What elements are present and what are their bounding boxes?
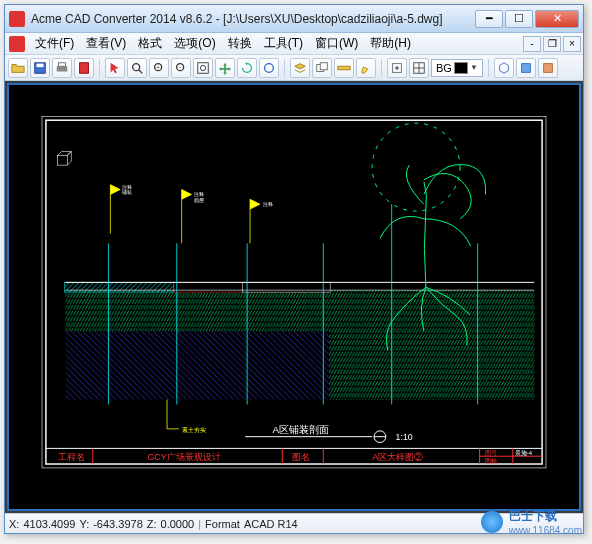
svg-text:注释: 注释 [194, 191, 204, 197]
svg-rect-15 [320, 62, 327, 69]
export-button[interactable] [74, 58, 94, 78]
svg-point-12 [200, 65, 205, 70]
menu-options[interactable]: 选项(O) [168, 33, 221, 54]
view-3d-button[interactable] [494, 58, 514, 78]
settings-button[interactable] [387, 58, 407, 78]
mdi-close-button[interactable]: × [563, 36, 581, 52]
drawing-viewport[interactable]: 注释 铺装 注释 面层 注释 [11, 87, 577, 507]
frame-label-dwgno: 图号 [485, 450, 497, 456]
drawing-no: 景施-4 [515, 450, 533, 456]
bg-swatch-icon [454, 62, 468, 74]
toolbar-separator [284, 59, 285, 77]
cursor-button[interactable] [105, 58, 125, 78]
menubar-logo-icon [9, 36, 25, 52]
mdi-minimize-button[interactable]: - [523, 36, 541, 52]
zoom-extents-button[interactable] [193, 58, 213, 78]
menu-tools[interactable]: 工具(T) [258, 33, 309, 54]
frame-label-drawing: 图名 [292, 452, 310, 462]
zoom-out-button[interactable]: - [171, 58, 191, 78]
app-window: Acme CAD Converter 2014 v8.6.2 - [J:\Use… [4, 4, 584, 534]
svg-rect-27 [65, 331, 329, 399]
drawing-name: A区大样图② [372, 452, 423, 462]
document-frame: 注释 铺装 注释 面层 注释 [7, 83, 581, 511]
svg-point-13 [265, 63, 274, 72]
svg-text:-: - [179, 63, 181, 69]
close-button[interactable]: ✕ [535, 10, 579, 28]
workspace[interactable]: 注释 铺装 注释 面层 注释 [5, 81, 583, 513]
svg-text:注释: 注释 [122, 184, 132, 190]
status-y-label: Y: [79, 518, 89, 530]
regen-button[interactable] [259, 58, 279, 78]
toolbar-separator [99, 59, 100, 77]
svg-rect-11 [198, 62, 209, 73]
maximize-button[interactable]: ☐ [505, 10, 533, 28]
svg-line-6 [139, 69, 143, 73]
watermark-text: 巴士下载 [509, 508, 582, 525]
svg-rect-4 [80, 62, 89, 73]
status-separator: | [198, 518, 201, 530]
bg-label: BG [436, 62, 452, 74]
section-label: A区铺装剖面 [273, 424, 330, 435]
toolbar-separator [488, 59, 489, 77]
frame-label-sheet: 图幅 [485, 458, 497, 464]
measure-button[interactable] [334, 58, 354, 78]
status-z-label: Z: [147, 518, 157, 530]
svg-rect-32 [242, 282, 330, 292]
save-button[interactable] [30, 58, 50, 78]
svg-rect-3 [59, 62, 66, 66]
menu-help[interactable]: 帮助(H) [364, 33, 417, 54]
status-format-value: ACAD R14 [244, 518, 298, 530]
svg-rect-29 [329, 290, 534, 399]
pan-button[interactable] [215, 58, 235, 78]
project-name: GCY广场景观设计 [147, 452, 220, 462]
rotate-button[interactable] [237, 58, 257, 78]
view-top-button[interactable] [516, 58, 536, 78]
view-front-button[interactable] [538, 58, 558, 78]
open-button[interactable] [8, 58, 28, 78]
menu-file[interactable]: 文件(F) [29, 33, 80, 54]
svg-rect-31 [174, 282, 242, 292]
status-y-value: -643.3978 [93, 518, 143, 530]
mdi-restore-button[interactable]: ❐ [543, 36, 561, 52]
window-buttons: ━ ☐ ✕ [475, 10, 579, 28]
app-icon [9, 11, 25, 27]
toolbar: + - BG ▼ [5, 55, 583, 81]
menu-window[interactable]: 窗口(W) [309, 33, 364, 54]
minimize-button[interactable]: ━ [475, 10, 503, 28]
svg-rect-22 [521, 63, 530, 72]
grid-button[interactable] [409, 58, 429, 78]
layer-button[interactable] [290, 58, 310, 78]
window-title: Acme CAD Converter 2014 v8.6.2 - [J:\Use… [31, 12, 475, 26]
zoom-in-button[interactable]: + [149, 58, 169, 78]
svg-text:+: + [157, 63, 160, 69]
menu-format[interactable]: 格式 [132, 33, 168, 54]
status-x-value: 4103.4099 [23, 518, 75, 530]
svg-rect-23 [543, 63, 552, 72]
watermark-icon [481, 511, 503, 533]
toolbar-separator [381, 59, 382, 77]
svg-text:素土夯实: 素土夯实 [182, 426, 206, 433]
batch-button[interactable] [312, 58, 332, 78]
titlebar[interactable]: Acme CAD Converter 2014 v8.6.2 - [J:\Use… [5, 5, 583, 33]
menubar: 文件(F) 查看(V) 格式 选项(O) 转换 工具(T) 窗口(W) 帮助(H… [5, 33, 583, 55]
svg-rect-2 [57, 66, 68, 71]
zoom-window-button[interactable] [127, 58, 147, 78]
status-x-label: X: [9, 518, 19, 530]
status-z-value: 0.0000 [161, 518, 195, 530]
svg-text:注释: 注释 [263, 201, 273, 207]
print-button[interactable] [52, 58, 72, 78]
menu-convert[interactable]: 转换 [222, 33, 258, 54]
svg-text:面层: 面层 [194, 198, 204, 203]
svg-rect-1 [37, 63, 44, 67]
chevron-down-icon: ▼ [470, 63, 478, 72]
svg-rect-16 [338, 66, 350, 70]
svg-rect-30 [64, 282, 173, 292]
cad-drawing: 注释 铺装 注释 面层 注释 [11, 87, 577, 507]
menu-view[interactable]: 查看(V) [80, 33, 132, 54]
svg-point-5 [133, 63, 140, 70]
highlight-button[interactable] [356, 58, 376, 78]
svg-rect-47 [58, 155, 68, 165]
scale-label: 1:10 [396, 432, 413, 442]
frame-label-project: 工程名 [58, 452, 85, 462]
bg-color-combo[interactable]: BG ▼ [431, 59, 483, 77]
